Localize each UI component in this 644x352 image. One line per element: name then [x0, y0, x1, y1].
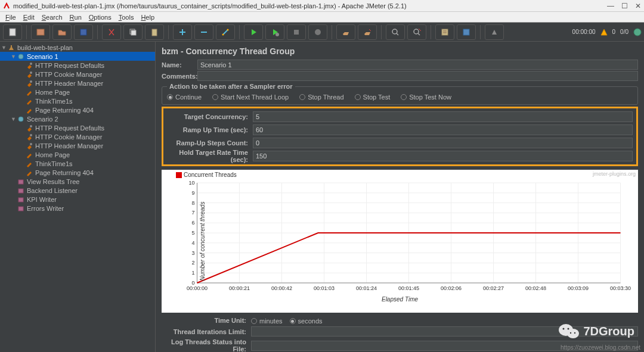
minimize-button[interactable]: — — [607, 2, 614, 10]
radio-start-next-thread-loop[interactable]: Start Next Thread Loop — [212, 94, 289, 101]
reset-search-button[interactable] — [407, 24, 426, 40]
tree-item[interactable]: HTTP Request Defaults — [0, 123, 155, 132]
paste-button[interactable] — [145, 24, 164, 40]
tree-item[interactable]: ▼Scenario 2 — [0, 114, 155, 123]
tree-item[interactable]: Page Returning 404 — [0, 105, 155, 114]
svg-text:00:02:06: 00:02:06 — [441, 285, 462, 291]
stop-button[interactable] — [287, 24, 306, 40]
menu-options[interactable]: Options — [85, 14, 115, 21]
svg-rect-12 — [294, 30, 299, 35]
templates-button[interactable] — [31, 24, 50, 40]
svg-text:1: 1 — [191, 270, 194, 276]
radio-continue[interactable]: Continue — [167, 94, 202, 101]
menu-tools[interactable]: Tools — [115, 14, 138, 21]
chart-ylabel: Number of concurrent threads — [199, 202, 206, 281]
tree-item[interactable]: HTTP Header Manager — [0, 79, 155, 88]
cut-button[interactable] — [102, 24, 121, 40]
tree-item[interactable]: ▼Scenario 1 — [0, 52, 155, 61]
run-noTimer-button[interactable] — [265, 24, 284, 40]
expand-button[interactable] — [173, 24, 192, 40]
svg-point-31 — [30, 143, 32, 145]
svg-line-18 — [419, 29, 421, 31]
radio-stop-test-now[interactable]: Stop Test Now — [401, 94, 451, 101]
name-input[interactable] — [197, 60, 638, 70]
panel-title: bzm - Concurrency Thread Group — [162, 46, 638, 56]
tree-panel[interactable]: ▼build-web-test-plan▼Scenario 1HTTP Requ… — [0, 42, 156, 352]
ramp-up-steps-input[interactable] — [253, 138, 633, 148]
svg-point-10 — [227, 29, 229, 30]
chart-legend: Concurrent Threads — [176, 172, 237, 178]
save-button[interactable] — [74, 24, 93, 40]
radio-stop-test[interactable]: Stop Test — [355, 94, 391, 101]
svg-text:9: 9 — [191, 190, 194, 196]
svg-rect-22 — [463, 29, 469, 35]
plugins-button[interactable] — [485, 24, 504, 40]
legend-label: Concurrent Threads — [184, 172, 237, 178]
ramp-up-time-input[interactable] — [253, 124, 633, 135]
hold-target-label: Hold Target Rate Time (sec): — [163, 149, 253, 163]
clear-button[interactable] — [336, 24, 355, 40]
open-button[interactable] — [52, 24, 72, 40]
tree-item[interactable]: ThinkTime1s — [0, 159, 155, 168]
hold-target-input[interactable] — [253, 151, 633, 161]
svg-rect-19 — [442, 29, 448, 35]
close-button[interactable]: ✕ — [635, 2, 641, 10]
content-panel: bzm - Concurrency Thread Group Name: Com… — [156, 42, 644, 352]
help-button[interactable] — [457, 24, 476, 40]
new-button[interactable] — [3, 24, 22, 40]
target-concurrency-input[interactable] — [253, 111, 633, 122]
clear-all-button[interactable] — [358, 24, 377, 40]
svg-point-30 — [30, 134, 32, 136]
tree-item[interactable]: KPI Writer — [0, 195, 155, 204]
tree-item[interactable]: HTTP Request Defaults — [0, 61, 155, 70]
maximize-button[interactable]: ☐ — [621, 2, 628, 10]
wechat-icon — [558, 322, 580, 340]
chart-xlabel: Elapsed Time — [164, 296, 636, 303]
tree-item[interactable]: Page Returning 404 — [0, 168, 155, 177]
tree-root[interactable]: ▼build-web-test-plan — [0, 43, 155, 52]
svg-text:00:03:09: 00:03:09 — [568, 285, 589, 291]
tree-item[interactable]: HTTP Cookie Manager — [0, 70, 155, 79]
shutdown-button[interactable] — [308, 24, 327, 40]
run-button[interactable] — [244, 24, 263, 40]
radio-stop-thread[interactable]: Stop Thread — [299, 94, 343, 101]
menu-edit[interactable]: Edit — [20, 14, 38, 21]
svg-line-15 — [397, 33, 398, 35]
tree-item[interactable]: View Results Tree — [0, 177, 155, 186]
warn-count: 0 — [612, 29, 616, 35]
svg-point-23 — [634, 29, 641, 36]
svg-text:00:02:27: 00:02:27 — [483, 285, 504, 291]
svg-point-29 — [30, 125, 32, 127]
menu-run[interactable]: Run — [66, 14, 85, 21]
copy-button[interactable] — [123, 24, 143, 40]
function-helper-button[interactable] — [435, 24, 454, 40]
ramp-up-time-label: Ramp Up Time (sec): — [163, 126, 253, 133]
collapse-button[interactable] — [194, 24, 213, 40]
tree-item[interactable]: Home Page — [0, 88, 155, 96]
svg-point-24 — [18, 54, 23, 59]
svg-rect-1 — [37, 29, 44, 35]
thread-ratio: 0/0 — [620, 29, 628, 35]
chart: jmeter-plugins.org Concurrent Threads Nu… — [162, 170, 638, 313]
radio-timeunit-minutes[interactable]: minutes — [251, 317, 283, 325]
elapsed-time: 00:00:00 — [572, 29, 596, 35]
radio-timeunit-seconds[interactable]: seconds — [290, 317, 323, 325]
svg-rect-32 — [18, 180, 23, 184]
menu-file[interactable]: File — [2, 14, 20, 21]
tree-item[interactable]: ThinkTime1s — [0, 96, 155, 105]
app-icon — [3, 2, 10, 10]
svg-text:8: 8 — [191, 200, 194, 206]
tree-item[interactable]: HTTP Header Manager — [0, 141, 155, 150]
menu-search[interactable]: Search — [38, 14, 66, 21]
tree-item[interactable]: Home Page — [0, 150, 155, 159]
iterations-label: Thread Iterations Limit: — [162, 328, 251, 335]
menu-help[interactable]: Help — [137, 14, 158, 21]
svg-rect-4 — [131, 30, 136, 35]
tree-item[interactable]: HTTP Cookie Manager — [0, 132, 155, 141]
tree-item[interactable]: Errors Writer — [0, 204, 155, 213]
comments-input[interactable] — [197, 71, 638, 81]
svg-text:00:01:03: 00:01:03 — [314, 285, 335, 291]
toggle-button[interactable] — [216, 24, 235, 40]
search-button[interactable] — [386, 24, 405, 40]
tree-item[interactable]: Backend Listener — [0, 186, 155, 195]
